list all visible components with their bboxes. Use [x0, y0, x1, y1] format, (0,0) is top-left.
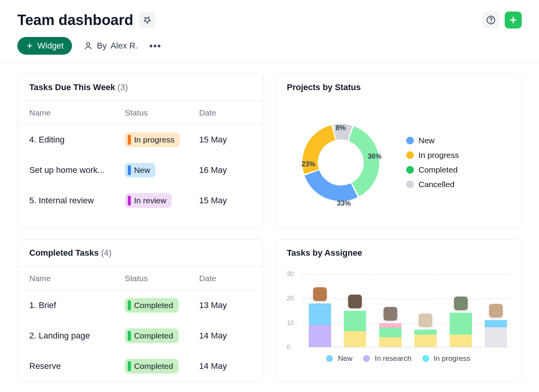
- status-badge: In progress: [125, 132, 180, 147]
- help-icon: [486, 15, 495, 25]
- task-date: 14 May: [199, 331, 252, 341]
- pin-icon: [143, 16, 151, 24]
- bar-legend: New In research In progress: [287, 347, 510, 367]
- donut-chart: 8% 36% 33% 23%: [287, 109, 395, 216]
- avatar: [488, 303, 504, 318]
- col-date: Date: [199, 274, 252, 283]
- avatar: [383, 306, 398, 322]
- projects-by-status-card: Projects by Status 8% 36%: [275, 74, 522, 228]
- task-date: 14 May: [199, 361, 252, 371]
- status-badge: In review: [125, 193, 172, 208]
- tasks-due-card: Tasks Due This Week (3) Name Status Date…: [17, 74, 264, 228]
- donut-label-inprogress: 23%: [301, 160, 315, 168]
- bar-chart: 30 20 10 0: [275, 266, 521, 367]
- legend-item: Cancelled: [406, 180, 459, 189]
- table-header: Name Status Date: [18, 267, 264, 290]
- status-badge: Completed: [125, 328, 179, 343]
- task-date: 15 May: [199, 196, 252, 206]
- help-button[interactable]: [482, 12, 499, 28]
- pin-button[interactable]: [139, 12, 156, 28]
- legend-item: New: [406, 136, 459, 145]
- card-title: Tasks by Assignee: [275, 240, 521, 266]
- widget-button-label: Widget: [37, 41, 64, 51]
- y-tick: 20: [287, 295, 294, 302]
- table-header: Name Status Date: [18, 101, 264, 125]
- table-row[interactable]: 1. Brief Completed 13 May: [18, 290, 264, 321]
- col-status: Status: [125, 274, 199, 283]
- card-title: Completed Tasks: [29, 248, 99, 258]
- task-date: 16 May: [199, 165, 252, 175]
- task-name: 2. Landing page: [29, 331, 125, 341]
- card-count: (4): [101, 248, 112, 258]
- page-title: Team dashboard: [17, 12, 133, 28]
- tasks-by-assignee-card: Tasks by Assignee 30 20 10 0: [275, 239, 522, 382]
- add-button[interactable]: [505, 12, 522, 28]
- col-status: Status: [125, 108, 199, 117]
- author-info[interactable]: By Alex R.: [84, 41, 138, 51]
- table-row[interactable]: 4. Editing In progress 15 May: [18, 125, 264, 155]
- y-tick: 30: [287, 271, 294, 278]
- task-name: Set up home work...: [29, 165, 125, 175]
- task-date: 15 May: [199, 135, 252, 145]
- svg-point-2: [87, 43, 90, 46]
- task-name: 1. Brief: [29, 300, 125, 310]
- task-name: 4. Editing: [29, 135, 125, 145]
- legend-item: In progress: [406, 151, 459, 160]
- author-name: Alex R.: [110, 41, 138, 51]
- table-row[interactable]: Reserve Completed 14 May: [18, 351, 264, 381]
- status-badge: New: [125, 163, 156, 178]
- author-prefix: By: [97, 41, 107, 51]
- plus-icon: [26, 42, 33, 50]
- task-name: 5. Internal review: [29, 196, 125, 206]
- more-button[interactable]: •••: [149, 40, 161, 51]
- status-badge: Completed: [125, 359, 179, 374]
- y-tick: 10: [287, 320, 294, 327]
- table-row[interactable]: 5. Internal review In review 15 May: [18, 186, 264, 216]
- plus-icon: [509, 15, 518, 25]
- avatar: [312, 286, 328, 302]
- avatar: [347, 294, 363, 309]
- donut-label-new: 33%: [337, 199, 351, 207]
- y-tick: 0: [287, 344, 290, 351]
- avatar: [418, 313, 433, 328]
- col-name: Name: [29, 274, 125, 283]
- donut-label-cancelled: 8%: [336, 124, 346, 132]
- task-name: Reserve: [29, 361, 125, 371]
- legend-item: Completed: [406, 165, 459, 174]
- legend-item: New: [326, 354, 352, 363]
- task-date: 13 May: [199, 300, 252, 310]
- table-row[interactable]: 2. Landing page Completed 14 May: [18, 321, 264, 351]
- user-icon: [84, 41, 93, 50]
- widget-button[interactable]: Widget: [17, 37, 72, 55]
- status-badge: Completed: [125, 298, 179, 313]
- legend-item: In research: [363, 354, 411, 363]
- svg-point-1: [491, 22, 491, 22]
- card-title: Tasks Due This Week: [29, 82, 115, 92]
- completed-tasks-card: Completed Tasks (4) Name Status Date 1. …: [17, 239, 264, 382]
- donut-legend: New In progress Completed Cancelled: [406, 136, 459, 189]
- col-date: Date: [199, 108, 252, 117]
- donut-label-completed: 36%: [368, 152, 382, 160]
- card-title: Projects by Status: [275, 74, 521, 101]
- card-count: (3): [117, 82, 128, 92]
- col-name: Name: [29, 108, 125, 117]
- table-row[interactable]: Set up home work... New 16 May: [18, 155, 264, 186]
- avatar: [453, 296, 469, 311]
- legend-item: In progress: [422, 354, 470, 363]
